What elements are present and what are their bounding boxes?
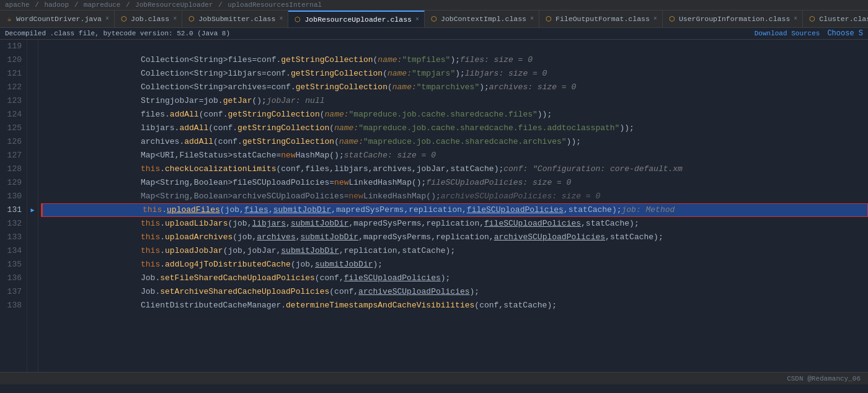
- tab-tab7[interactable]: ⬡UserGroupInformation.class×: [663, 11, 803, 27]
- exec-indicator: [27, 135, 38, 149]
- decompiled-notice: Decompiled .class file, bytecode version…: [5, 30, 230, 37]
- class-icon: ⬡: [808, 15, 817, 24]
- breadcrumb-mapreduce[interactable]: mapreduce: [84, 1, 120, 9]
- tab-label: JobResourceUploader.class: [304, 15, 412, 24]
- breadcrumb-apache[interactable]: apache: [5, 1, 30, 9]
- tab-label: JobSubmitter.class: [198, 15, 275, 23]
- exec-indicator: [27, 149, 38, 162]
- tab-label: JobContextImpl.class: [441, 15, 526, 23]
- code-line: Collection<String> libjars = conf.getStr…: [41, 67, 868, 81]
- exec-indicator: [27, 121, 38, 135]
- status-bar: CSDN @Redamancy_06: [0, 372, 868, 384]
- java-icon: ☕: [5, 15, 14, 24]
- line-number: 135: [5, 258, 22, 272]
- exec-indicator: [27, 217, 38, 231]
- tab-close-button[interactable]: ×: [279, 15, 283, 22]
- line-number: 138: [5, 299, 22, 312]
- line-number: 119: [5, 40, 22, 53]
- line-number: 137: [5, 285, 22, 299]
- exec-indicator: [27, 162, 38, 176]
- exec-indicator: [27, 176, 38, 190]
- breadcrumb-sep1: /: [35, 1, 43, 9]
- tab-tab3[interactable]: ⬡JobSubmitter.class×: [182, 11, 288, 27]
- breadcrumb: apache / hadoop / mapreduce / JobResourc…: [0, 0, 868, 11]
- exec-indicator: [27, 244, 38, 258]
- choose-sources-link[interactable]: Choose S: [827, 29, 863, 38]
- exec-indicator: [27, 40, 38, 53]
- tab-label: WordCountDriver.java: [16, 15, 102, 23]
- class-icon: ⬡: [120, 15, 128, 24]
- code-line: this.uploadLibJars(job, libjars, submitJ…: [41, 217, 868, 231]
- line-number: 125: [5, 121, 22, 135]
- line-number: 120: [5, 53, 22, 67]
- code-line: this.uploadJobJar(job, jobJar, submitJob…: [41, 244, 868, 258]
- code-content[interactable]: Collection<String> files = conf.getStrin…: [38, 40, 868, 372]
- tab-tab8[interactable]: ⬡Cluster.class×: [803, 11, 868, 27]
- code-line: Job.setFileSharedCacheUploadPolicies(con…: [41, 272, 868, 285]
- tab-tab6[interactable]: ⬡FileOutputFormat.class×: [539, 11, 663, 27]
- code-line: this.checkLocalizationLimits(conf, files…: [41, 162, 868, 176]
- line-number: 130: [5, 190, 22, 203]
- class-icon: ⬡: [293, 15, 302, 24]
- breadcrumb-hadoop[interactable]: hadoop: [44, 1, 69, 9]
- exec-indicator: [27, 231, 38, 244]
- tab-label: UserGroupInformation.class: [679, 15, 790, 23]
- tab-close-button[interactable]: ×: [794, 15, 797, 22]
- exec-indicator: [27, 108, 38, 121]
- tab-tab4[interactable]: ⬡JobResourceUploader.class×: [288, 11, 425, 27]
- code-line: libjars.addAll(conf.getStringCollection(…: [41, 121, 868, 135]
- line-number: 122: [5, 81, 22, 94]
- exec-indicator: [27, 67, 38, 81]
- tab-tab1[interactable]: ☕WordCountDriver.java×: [0, 11, 115, 27]
- code-line: Job.setArchiveSharedCacheUploadPolicies(…: [41, 285, 868, 299]
- breadcrumb-uploadresourcesinternal[interactable]: uploadResourcesInternal: [228, 1, 322, 9]
- tab-close-button[interactable]: ×: [653, 15, 657, 22]
- line-number: 127: [5, 149, 22, 162]
- execution-column: ▶: [27, 40, 38, 372]
- tab-label: Job.class: [131, 15, 169, 23]
- code-line: Map<String, Boolean> archiveSCUploadPoli…: [41, 190, 868, 203]
- exec-indicator: [27, 190, 38, 203]
- tab-close-button[interactable]: ×: [105, 15, 109, 22]
- class-icon: ⬡: [668, 15, 676, 24]
- line-number: 132: [5, 217, 22, 231]
- line-number: 126: [5, 135, 22, 149]
- code-line: archives.addAll(conf.getStringCollection…: [41, 135, 868, 149]
- status-label: CSDN @Redamancy_06: [787, 375, 861, 382]
- info-bar: Decompiled .class file, bytecode version…: [0, 28, 868, 40]
- tab-tab2[interactable]: ⬡Job.class×: [115, 11, 182, 27]
- line-number: 121: [5, 67, 22, 81]
- line-number: 133: [5, 231, 22, 244]
- tab-bar: ☕WordCountDriver.java×⬡Job.class×⬡JobSub…: [0, 11, 868, 28]
- breadcrumb-jobresourceuploader[interactable]: JobResourceUploader: [135, 1, 213, 9]
- class-icon: ⬡: [544, 15, 553, 24]
- code-line: ClientDistributedCacheManager.determineT…: [41, 299, 868, 312]
- download-sources-link[interactable]: Download Sources: [755, 30, 820, 37]
- code-line: this.addLog4jToDistributedCache(job, sub…: [41, 258, 868, 272]
- breadcrumb-sep4: /: [218, 1, 226, 9]
- code-line: Collection<String> files = conf.getStrin…: [41, 53, 868, 67]
- line-number: 123: [5, 94, 22, 108]
- exec-indicator: [27, 272, 38, 285]
- code-line: String jobJar = job.getJar(); jobJar: nu…: [41, 94, 868, 108]
- tab-close-button[interactable]: ×: [415, 16, 419, 23]
- tab-label: FileOutputFormat.class: [556, 15, 650, 23]
- line-number: 136: [5, 272, 22, 285]
- tab-label: Cluster.class: [819, 15, 868, 23]
- tab-close-button[interactable]: ×: [530, 15, 534, 22]
- line-number: 129: [5, 176, 22, 190]
- line-numbers: 1191201211221231241251261271281291301311…: [0, 40, 27, 372]
- line-number: 131: [5, 203, 22, 217]
- line-number: 128: [5, 162, 22, 176]
- code-line: Map<String, Boolean> fileSCUploadPolicie…: [41, 176, 868, 190]
- tab-close-button[interactable]: ×: [173, 15, 177, 22]
- code-line: files.addAll(conf.getStringCollection( n…: [41, 108, 868, 121]
- class-icon: ⬡: [187, 15, 196, 24]
- code-area: 1191201211221231241251261271281291301311…: [0, 40, 868, 372]
- exec-indicator: [27, 81, 38, 94]
- code-line: Collection<String> archives = conf.getSt…: [41, 81, 868, 94]
- exec-indicator: [27, 94, 38, 108]
- tab-tab5[interactable]: ⬡JobContextImpl.class×: [425, 11, 539, 27]
- breadcrumb-sep2: /: [74, 1, 82, 9]
- exec-indicator: [27, 299, 38, 312]
